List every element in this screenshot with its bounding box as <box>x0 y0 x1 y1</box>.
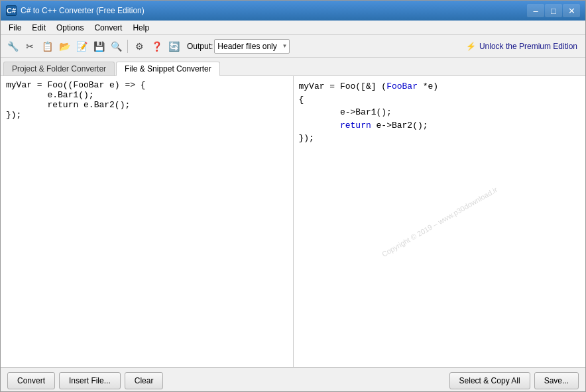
save-icon[interactable]: 💾 <box>91 38 107 54</box>
clear-button[interactable]: Clear <box>125 372 164 389</box>
main-content: myVar = Foo((FooBar e) => { e.Bar1(); re… <box>1 76 585 368</box>
output-select-wrap: Header files only All files Source files… <box>214 39 290 54</box>
output-dropdown[interactable]: Header files only All files Source files… <box>214 39 290 54</box>
toolbar: 🔧 ✂ 📋 📂 📝 💾 🔍 ⚙ ❓ 🔄 Output: Header files… <box>1 35 585 58</box>
refresh-icon[interactable]: 🔄 <box>166 38 182 54</box>
bottom-bar: Convert Insert File... Clear Select & Co… <box>1 368 585 392</box>
left-code-panel: myVar = Foo((FooBar e) => { e.Bar1(); re… <box>1 76 294 367</box>
menu-bar: File Edit Options Convert Help <box>1 21 585 35</box>
premium-icon: ⚡ <box>466 42 476 51</box>
right-code-panel: myVar = Foo([&] (FooBar *e) { e->Bar1();… <box>294 76 586 367</box>
cut-icon[interactable]: ✂ <box>22 38 38 54</box>
app-icon: C# <box>6 5 17 16</box>
insert-file-button[interactable]: Insert File... <box>59 372 121 389</box>
title-bar: C# C# to C++ Converter (Free Edition) – … <box>1 1 585 21</box>
help-icon[interactable]: ❓ <box>148 38 164 54</box>
output-label: Output: <box>187 42 213 51</box>
minimize-button[interactable]: – <box>527 4 544 17</box>
csharp-input[interactable]: myVar = Foo((FooBar e) => { e.Bar1(); re… <box>1 76 293 367</box>
menu-options[interactable]: Options <box>51 22 89 34</box>
menu-help[interactable]: Help <box>127 22 154 34</box>
menu-convert[interactable]: Convert <box>89 22 127 34</box>
copy-folder-icon[interactable]: 📋 <box>39 38 55 54</box>
close-button[interactable]: ✕ <box>563 4 580 17</box>
menu-file[interactable]: File <box>3 22 27 34</box>
toolbar-separator <box>127 40 128 53</box>
title-controls: – □ ✕ <box>527 4 580 17</box>
premium-label: Unlock the Premium Edition <box>479 42 577 51</box>
title-text: C# to C++ Converter (Free Edition) <box>21 6 527 15</box>
edit-icon[interactable]: 📝 <box>74 38 89 54</box>
search-icon[interactable]: 🔍 <box>108 38 124 54</box>
select-copy-button[interactable]: Select & Copy All <box>449 372 530 389</box>
tab-project-folder[interactable]: Project & Folder Converter <box>3 62 115 75</box>
save-button[interactable]: Save... <box>534 372 579 389</box>
maximize-button[interactable]: □ <box>545 4 562 17</box>
menu-edit[interactable]: Edit <box>27 22 51 34</box>
tab-file-snippet[interactable]: File & Snippet Converter <box>116 62 220 76</box>
tabs-bar: Project & Folder Converter File & Snippe… <box>1 58 585 76</box>
wrench-icon[interactable]: 🔧 <box>5 38 21 54</box>
premium-button[interactable]: ⚡ Unlock the Premium Edition <box>462 40 581 52</box>
settings-icon[interactable]: ⚙ <box>131 38 147 54</box>
cpp-output: myVar = Foo([&] (FooBar *e) { e->Bar1();… <box>294 76 586 367</box>
open-icon[interactable]: 📂 <box>56 38 72 54</box>
convert-button[interactable]: Convert <box>7 372 55 389</box>
